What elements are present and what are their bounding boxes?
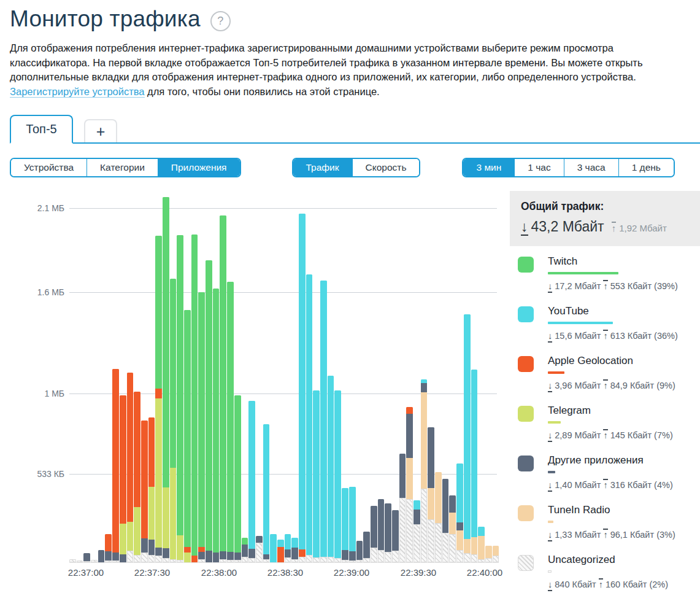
- legend-item-uncategorized[interactable]: Uncategorized↓840 Кбайт ↑160 Кбайт (2%): [510, 546, 700, 595]
- bar-segment-telegram: [170, 468, 177, 559]
- bar-segment-uncategorized: [399, 498, 406, 562]
- stacked-bar: [242, 196, 248, 562]
- upload-icon: ↑: [603, 529, 607, 540]
- bar-segment-tunein-radio: [406, 458, 413, 499]
- metric-option-0[interactable]: Трафик: [293, 159, 352, 176]
- x-axis-label: 22:39:00: [334, 567, 369, 578]
- stacked-bar: [155, 196, 162, 562]
- bar-segment-uncategorized: [392, 551, 399, 562]
- bar-segment-uncategorized: [163, 558, 169, 562]
- bar-segment--: [163, 548, 169, 558]
- legend-color-swatch: [518, 505, 534, 521]
- classifier-option-2[interactable]: Приложения: [158, 159, 240, 176]
- stacked-bar: [421, 196, 428, 562]
- legend-item-stats: ↓15,6 Мбайт ↑613 Кбайт (36%): [548, 330, 678, 343]
- bar-segment-uncategorized: [421, 489, 428, 562]
- stacked-bar: [471, 196, 478, 562]
- classifier-option-1[interactable]: Категории: [87, 159, 158, 176]
- legend-item-tunein-radio[interactable]: TuneIn Radio↓1,33 Мбайт ↑96,1 Кбайт (3%): [510, 496, 700, 546]
- range-option-0[interactable]: 3 мин: [463, 159, 514, 176]
- stacked-bar: [277, 196, 284, 562]
- range-option-1[interactable]: 1 час: [514, 159, 563, 176]
- stacked-bar: [356, 196, 363, 562]
- bar-segment-uncategorized: [342, 560, 348, 562]
- tab-top5[interactable]: Топ-5: [10, 115, 73, 144]
- bar-segment-youtube: [328, 376, 334, 557]
- stacked-bar: [77, 196, 83, 562]
- bar-segment-apple-geolocation: [184, 547, 191, 553]
- legend-color-swatch: [518, 406, 534, 422]
- stacked-bar: [213, 196, 220, 562]
- bar-segment-uncategorized: [242, 557, 248, 562]
- bar-segment-uncategorized: [334, 558, 341, 562]
- legend-item-twitch[interactable]: Twitch↓17,2 Мбайт ↑553 Кбайт (39%): [510, 247, 700, 297]
- stacked-bar: [256, 196, 263, 562]
- bar-segment-telegram: [148, 487, 155, 540]
- bar-segment-uncategorized: [320, 557, 327, 562]
- bar-segment-uncategorized: [449, 534, 456, 562]
- bar-segment-uncategorized: [493, 556, 499, 562]
- stacked-bar: [83, 196, 90, 562]
- metric-option-1[interactable]: Скорость: [352, 159, 420, 176]
- download-icon: ↓: [548, 282, 552, 293]
- bar-segment--: [413, 510, 420, 524]
- bar-segment--: [406, 414, 413, 458]
- bar-segment-youtube: [471, 370, 478, 537]
- bar-segment--: [342, 550, 348, 560]
- stacked-bar: [413, 196, 420, 562]
- classifier-option-0[interactable]: Устройства: [11, 159, 87, 176]
- main-content: 533 КБ1 МБ1.6 МБ2.1 МБ 22:37:0022:37:302…: [10, 191, 700, 595]
- legend-item-body: Twitch↓17,2 Мбайт ↑553 Кбайт (39%): [548, 255, 678, 297]
- bar-segment-tunein-radio: [456, 530, 463, 550]
- bar-segment-uncategorized: [105, 560, 112, 562]
- range-option-2[interactable]: 3 часа: [564, 159, 618, 176]
- legend-item--[interactable]: Другие приложения↓1,40 Мбайт ↑316 Кбайт …: [510, 446, 700, 496]
- bar-segment-tunein-radio: [478, 536, 485, 559]
- legend-share-bar: [548, 521, 553, 523]
- download-icon: ↓: [548, 332, 552, 343]
- range-toggle-group: 3 мин1 час3 часа1 день: [462, 158, 674, 177]
- bar-segment-youtube: [478, 527, 485, 536]
- upload-icon: ↑: [603, 379, 607, 390]
- bar-segment-twitch: [234, 395, 241, 553]
- register-devices-link[interactable]: Зарегистрируйте устройства: [10, 86, 145, 98]
- bar-segment--: [428, 427, 434, 488]
- stacked-bar: [263, 196, 270, 562]
- bar-segment-tunein-radio: [428, 488, 434, 519]
- bar-segment-twitch: [170, 279, 177, 468]
- description-text-after: для того, чтобы они появились на этой ст…: [145, 86, 380, 97]
- bar-segment--: [256, 536, 263, 543]
- bar-segment-twitch: [198, 292, 205, 547]
- legend-color-swatch: [518, 356, 534, 372]
- legend-item-stats: ↓1,40 Мбайт ↑316 Кбайт (4%): [548, 479, 673, 492]
- upload-icon: ↑: [603, 280, 607, 291]
- x-axis-label: 22:37:30: [134, 567, 170, 578]
- legend-item-apple-geolocation[interactable]: Apple Geolocation↓3,96 Мбайт ↑84,9 Кбайт…: [510, 347, 700, 397]
- bar-segment--: [98, 550, 105, 562]
- bar-segment-apple-geolocation: [120, 395, 126, 524]
- page: Монитор трафика ? Для отображения потреб…: [0, 0, 700, 595]
- x-axis-label: 22:37:00: [68, 567, 104, 578]
- bar-segment--: [263, 554, 270, 559]
- stacked-bar: [112, 196, 119, 562]
- chart-plot-area: 533 КБ1 МБ1.6 МБ2.1 МБ: [69, 196, 499, 563]
- help-icon[interactable]: ?: [210, 11, 231, 31]
- bar-segment--: [385, 503, 391, 552]
- legend-item-body: Apple Geolocation↓3,96 Мбайт ↑84,9 Кбайт…: [548, 355, 675, 397]
- range-option-3[interactable]: 1 день: [618, 159, 674, 176]
- bar-segment--: [227, 552, 234, 560]
- legend-item-youtube[interactable]: YouTube↓15,6 Мбайт ↑613 Кбайт (36%): [510, 297, 700, 347]
- bar-segment-apple-geolocation: [191, 556, 198, 562]
- stacked-bar: [270, 196, 277, 562]
- bar-segment-telegram: [184, 553, 191, 562]
- add-tab-button[interactable]: +: [84, 119, 117, 142]
- bar-segment-twitch: [155, 236, 162, 389]
- bar-segment-youtube: [291, 538, 298, 548]
- bar-segment-tunein-radio: [485, 546, 492, 558]
- bar-segment--: [83, 553, 90, 561]
- legend-item-telegram[interactable]: Telegram↓2,89 Мбайт ↑145 Кбайт (7%): [510, 397, 700, 446]
- bar-segment--: [399, 454, 406, 498]
- bar-segment-uncategorized: [435, 523, 442, 562]
- bar-segment--: [363, 532, 370, 558]
- x-axis-label: 22:39:30: [401, 567, 436, 578]
